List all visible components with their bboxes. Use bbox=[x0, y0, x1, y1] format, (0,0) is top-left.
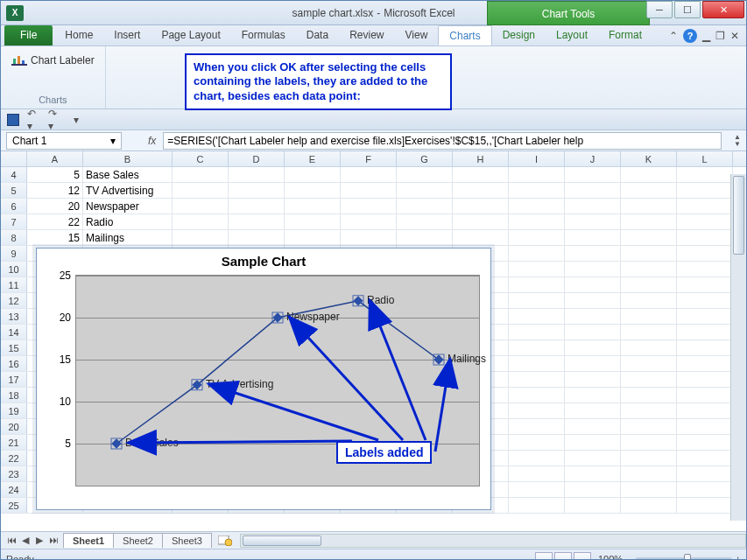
cell[interactable] bbox=[677, 183, 733, 198]
tab-design[interactable]: Design bbox=[492, 25, 546, 46]
cell[interactable] bbox=[565, 435, 621, 450]
vscroll-thumb[interactable] bbox=[733, 176, 744, 255]
cell[interactable] bbox=[565, 372, 621, 387]
row-header[interactable]: 4 bbox=[1, 167, 27, 182]
insert-sheet-button[interactable] bbox=[217, 535, 233, 547]
row-header[interactable]: 24 bbox=[1, 482, 27, 497]
horizontal-scrollbar[interactable] bbox=[240, 534, 746, 548]
cell[interactable] bbox=[677, 356, 733, 371]
cell[interactable] bbox=[509, 325, 565, 340]
col-E[interactable]: E bbox=[285, 151, 341, 166]
redo-button[interactable]: ↷ ▾ bbox=[48, 113, 62, 127]
cell[interactable] bbox=[565, 167, 621, 182]
cell[interactable] bbox=[565, 309, 621, 324]
cell[interactable] bbox=[453, 167, 509, 182]
tab-home[interactable]: Home bbox=[54, 25, 103, 46]
cell[interactable] bbox=[621, 309, 677, 324]
cell[interactable] bbox=[453, 230, 509, 245]
cell[interactable] bbox=[565, 262, 621, 276]
row-header[interactable]: 5 bbox=[1, 183, 27, 198]
row-header[interactable]: 13 bbox=[1, 309, 27, 324]
cell[interactable] bbox=[677, 451, 733, 466]
cell[interactable] bbox=[173, 214, 229, 229]
cell[interactable] bbox=[621, 340, 677, 355]
cell[interactable] bbox=[341, 214, 397, 229]
sheet-nav-prev-icon[interactable]: ◀ bbox=[18, 535, 32, 546]
col-I[interactable]: I bbox=[509, 151, 565, 166]
cell[interactable] bbox=[397, 167, 453, 182]
col-K[interactable]: K bbox=[621, 151, 677, 166]
cell[interactable] bbox=[341, 199, 397, 214]
cell[interactable] bbox=[173, 199, 229, 214]
cell[interactable] bbox=[565, 214, 621, 229]
data-label[interactable]: Radio bbox=[367, 294, 394, 306]
sheet-tab-1[interactable]: Sheet1 bbox=[63, 533, 114, 548]
tab-format[interactable]: Format bbox=[598, 25, 652, 46]
row-header[interactable]: 22 bbox=[1, 451, 27, 466]
cell[interactable] bbox=[397, 214, 453, 229]
chart-labeler-button[interactable]: Chart Labeler bbox=[11, 53, 95, 67]
cell[interactable] bbox=[509, 451, 565, 466]
row-header[interactable]: 17 bbox=[1, 372, 27, 387]
cell[interactable] bbox=[677, 466, 733, 481]
maximize-button[interactable]: ☐ bbox=[674, 1, 701, 18]
cell[interactable] bbox=[565, 498, 621, 513]
cell[interactable] bbox=[341, 167, 397, 182]
cell[interactable] bbox=[565, 246, 621, 261]
cell[interactable] bbox=[621, 293, 677, 308]
cell[interactable] bbox=[677, 498, 733, 513]
tab-view[interactable]: View bbox=[395, 25, 439, 46]
cell[interactable] bbox=[565, 451, 621, 466]
tab-page-layout[interactable]: Page Layout bbox=[151, 25, 230, 46]
cell[interactable] bbox=[565, 466, 621, 481]
cell[interactable] bbox=[229, 199, 285, 214]
row-header[interactable]: 12 bbox=[1, 293, 27, 308]
cell[interactable] bbox=[173, 167, 229, 182]
cell[interactable] bbox=[677, 372, 733, 387]
cell[interactable] bbox=[229, 167, 285, 182]
fx-label[interactable]: fx bbox=[148, 135, 156, 147]
cell[interactable] bbox=[229, 230, 285, 245]
cell[interactable]: 15 bbox=[27, 230, 83, 245]
cell[interactable] bbox=[565, 325, 621, 340]
cell[interactable] bbox=[397, 230, 453, 245]
cell[interactable] bbox=[397, 199, 453, 214]
cell[interactable] bbox=[509, 246, 565, 261]
cell[interactable] bbox=[565, 340, 621, 355]
data-label[interactable]: Newspaper bbox=[286, 311, 340, 323]
cell[interactable] bbox=[509, 309, 565, 324]
zoom-slider[interactable] bbox=[636, 557, 732, 561]
cell[interactable] bbox=[565, 293, 621, 308]
col-L[interactable]: L bbox=[677, 151, 733, 166]
cell[interactable] bbox=[621, 356, 677, 371]
col-D[interactable]: D bbox=[229, 151, 285, 166]
cell[interactable] bbox=[677, 214, 733, 229]
sheet-nav-last-icon[interactable]: ⏭ bbox=[46, 535, 60, 546]
sheet-nav-next-icon[interactable]: ▶ bbox=[32, 535, 46, 546]
cell[interactable] bbox=[509, 214, 565, 229]
data-label[interactable]: Mailings bbox=[447, 353, 486, 365]
cell[interactable] bbox=[509, 167, 565, 182]
row-header[interactable]: 7 bbox=[1, 214, 27, 229]
cell[interactable] bbox=[621, 214, 677, 229]
view-page-break-button[interactable] bbox=[574, 552, 591, 561]
cell[interactable] bbox=[677, 277, 733, 292]
cell[interactable] bbox=[565, 403, 621, 418]
cell[interactable]: TV Advertising bbox=[83, 183, 173, 198]
cell[interactable] bbox=[565, 277, 621, 292]
cell[interactable] bbox=[453, 183, 509, 198]
cell[interactable] bbox=[453, 214, 509, 229]
cell[interactable] bbox=[677, 325, 733, 340]
cell[interactable] bbox=[341, 183, 397, 198]
cell[interactable] bbox=[677, 419, 733, 434]
cell[interactable] bbox=[621, 372, 677, 387]
cell[interactable] bbox=[621, 498, 677, 513]
cell[interactable] bbox=[509, 403, 565, 418]
minimize-ribbon-icon[interactable]: ⌃ bbox=[669, 30, 678, 42]
row-header[interactable]: 18 bbox=[1, 388, 27, 402]
formula-input[interactable] bbox=[167, 135, 717, 147]
cell[interactable] bbox=[341, 230, 397, 245]
row-header[interactable]: 16 bbox=[1, 356, 27, 371]
tab-review[interactable]: Review bbox=[339, 25, 394, 46]
cell[interactable] bbox=[285, 230, 341, 245]
